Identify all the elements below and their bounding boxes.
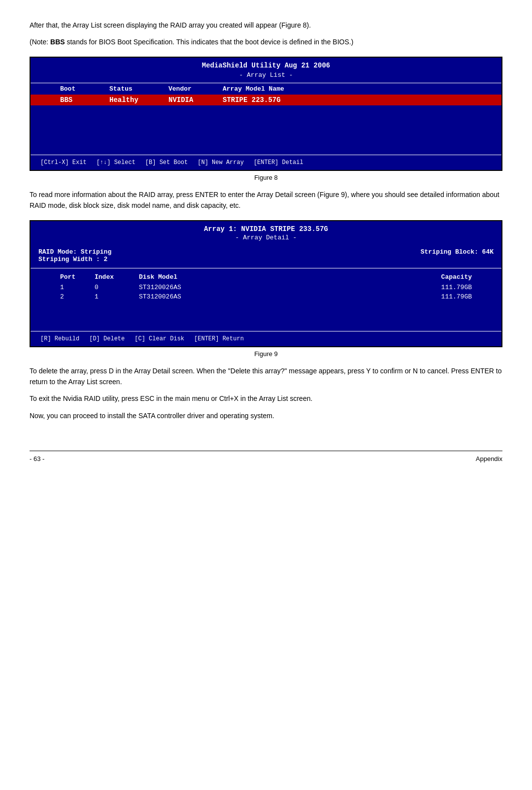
footer-set-boot: [B] Set Boot — [145, 159, 188, 166]
footer-new-array: [N] New Array — [198, 159, 244, 166]
footer9-return: [ENTER] Return — [194, 335, 244, 342]
bottom-paragraph-1: To delete the array, press D in the Arra… — [30, 365, 502, 388]
intro-text-1: After that, the Array List screen displa… — [30, 21, 311, 29]
figure-8-footer: [Ctrl-X] Exit [↑↓] Select [B] Set Boot [… — [31, 155, 501, 170]
detail-info-left: RAID Mode: Striping Striping Width : 2 — [38, 248, 111, 263]
figure-8-container: MediaShield Utility Aug 21 2006 - Array … — [30, 57, 502, 171]
col-header-capacity: Capacity — [413, 273, 472, 281]
striping-width-label: Striping Width : 2 — [38, 256, 111, 263]
figure-8-subtitle: - Array List - — [31, 71, 501, 83]
intro-text-2-bold: BBS — [50, 38, 65, 46]
col-header-boot: Boot — [60, 85, 109, 93]
data-boot: BBS — [60, 96, 109, 104]
bottom-text-2: To exit the Nvidia RAID utility, press E… — [30, 395, 312, 402]
footer-detail: [ENTER] Detail — [254, 159, 303, 166]
middle-paragraph: To read more information about the RAID … — [30, 189, 502, 211]
figure-9-spacer — [31, 301, 501, 331]
col-header-status: Status — [109, 85, 168, 93]
middle-text: To read more information about the RAID … — [30, 191, 499, 209]
footer-page-number: - 63 - — [30, 455, 44, 462]
bottom-text-3: Now, you can proceed to install the SATA… — [30, 412, 274, 420]
figure-8-title: MediaShield Utility Aug 21 2006 — [31, 58, 501, 71]
bottom-bar: - 63 - Appendix — [30, 451, 502, 462]
footer-select: [↑↓] Select — [97, 159, 135, 166]
footer-section: Appendix — [476, 455, 502, 462]
detail-info-right: Striping Block: 64K — [421, 248, 494, 263]
intro-paragraph-1: After that, the Array List screen displa… — [30, 20, 502, 31]
col-header-disk-model: Disk Model — [139, 273, 413, 281]
figure-8-data-row: BBS Healthy NVIDIA STRIPE 223.57G — [31, 95, 501, 105]
detail-row-1: 2 1 ST3120026AS 111.79GB — [31, 292, 501, 301]
figure-9-title: Array 1: NVIDIA STRIPE 233.57G — [31, 221, 501, 234]
col-header-vendor: Vendor — [168, 85, 223, 93]
bottom-paragraph-2: To exit the Nvidia RAID utility, press E… — [30, 393, 502, 404]
figure-9-caption: Figure 9 — [30, 350, 502, 358]
bottom-text-1: To delete the array, press D in the Arra… — [30, 367, 501, 386]
intro-text-2-prefix: (Note: — [30, 38, 50, 46]
figure-9-container: Array 1: NVIDIA STRIPE 233.57G - Array D… — [30, 220, 502, 347]
row1-model: ST3120026AS — [139, 293, 413, 300]
footer-ctrl-x: [Ctrl-X] Exit — [40, 159, 87, 166]
intro-paragraph-2: (Note: BBS stands for BIOS Boot Specific… — [30, 36, 502, 47]
footer9-rebuild: [R] Rebuild — [40, 335, 79, 342]
intro-text-2-suffix: stands for BIOS Boot Specification. This… — [65, 38, 354, 46]
row1-port: 2 — [60, 293, 95, 300]
row1-capacity: 111.79GB — [413, 293, 472, 300]
data-status: Healthy — [109, 96, 168, 104]
figure-8-header-row: Boot Status Vendor Array Model Name — [31, 83, 501, 95]
footer9-delete: [D] Delete — [89, 335, 125, 342]
row1-index: 1 — [95, 293, 139, 300]
raid-mode-label: RAID Mode: Striping — [38, 248, 111, 256]
bottom-paragraph-3: Now, you can proceed to install the SATA… — [30, 410, 502, 421]
row0-model: ST3120026AS — [139, 284, 413, 291]
figure-9-table-header: Port Index Disk Model Capacity — [31, 268, 501, 283]
figure-9-footer: [R] Rebuild [D] Delete [C] Clear Disk [E… — [31, 331, 501, 346]
row0-index: 0 — [95, 284, 139, 291]
col-header-model: Array Model Name — [223, 85, 472, 93]
footer9-clear-disk: [C] Clear Disk — [134, 335, 184, 342]
figure-9-info-row: RAID Mode: Striping Striping Width : 2 S… — [31, 245, 501, 264]
detail-row-0: 1 0 ST3120026AS 111.79GB — [31, 283, 501, 292]
data-vendor: NVIDIA — [168, 96, 223, 104]
data-model: STRIPE 223.57G — [223, 96, 472, 104]
row0-port: 1 — [60, 284, 95, 291]
figure-9-subtitle: - Array Detail - — [31, 234, 501, 245]
col-header-index: Index — [95, 273, 139, 281]
figure-8-caption: Figure 8 — [30, 174, 502, 181]
col-header-port: Port — [60, 273, 95, 281]
figure-8-spacer — [31, 105, 501, 155]
row0-capacity: 111.79GB — [413, 284, 472, 291]
page-content: After that, the Array List screen displa… — [30, 20, 502, 462]
